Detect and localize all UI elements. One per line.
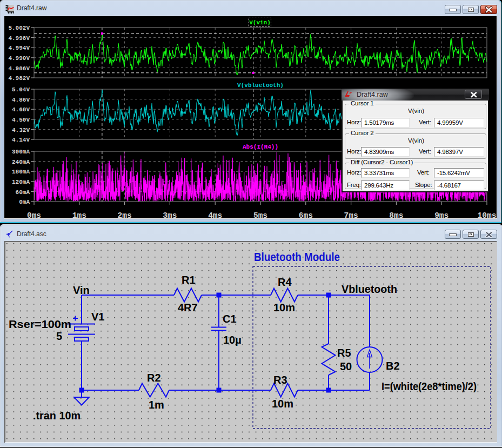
svg-text:1m: 1m bbox=[149, 399, 164, 411]
svg-text:V(vin): V(vin) bbox=[249, 19, 271, 26]
svg-text:120mA: 120mA bbox=[12, 179, 30, 185]
svg-text:0mA: 0mA bbox=[19, 199, 30, 205]
svg-text:10µ: 10µ bbox=[223, 334, 242, 346]
svg-text:5: 5 bbox=[56, 330, 62, 342]
svg-text:8ms: 8ms bbox=[389, 211, 403, 218]
svg-text:1ms: 1ms bbox=[72, 211, 86, 218]
svg-text:0ms: 0ms bbox=[27, 211, 41, 218]
svg-text:10ms: 10ms bbox=[478, 211, 497, 218]
svg-text:R3: R3 bbox=[273, 374, 287, 386]
svg-text:Bluetooth Module: Bluetooth Module bbox=[254, 250, 340, 264]
svg-text:10m: 10m bbox=[273, 302, 295, 313]
svg-text:4.982V: 4.982V bbox=[8, 75, 30, 82]
svg-text:V(vbluetooth): V(vbluetooth) bbox=[237, 82, 284, 89]
svg-text:Rser=100m: Rser=100m bbox=[9, 318, 71, 330]
svg-text:R5: R5 bbox=[337, 347, 351, 359]
svg-text:4.14V: 4.14V bbox=[12, 137, 30, 143]
svg-text:3ms: 3ms bbox=[163, 211, 177, 218]
svg-text:R2: R2 bbox=[147, 372, 161, 384]
svg-text:I=(white(2e8*time)/2): I=(white(2e8*time)/2) bbox=[381, 380, 477, 392]
svg-text:300mA: 300mA bbox=[12, 149, 30, 155]
svg-text:4.86V: 4.86V bbox=[12, 97, 30, 103]
svg-text:5.002V: 5.002V bbox=[8, 25, 30, 31]
svg-text:R4: R4 bbox=[278, 276, 292, 288]
svg-text:9ms: 9ms bbox=[434, 211, 449, 218]
svg-text:6ms: 6ms bbox=[299, 211, 313, 218]
svg-text:.tran 10m: .tran 10m bbox=[33, 410, 81, 422]
svg-text:60mA: 60mA bbox=[16, 189, 30, 196]
svg-text:5.04V: 5.04V bbox=[12, 86, 30, 93]
svg-text:180mA: 180mA bbox=[12, 169, 30, 175]
svg-text:50: 50 bbox=[340, 360, 352, 372]
svg-text:10m: 10m bbox=[272, 398, 293, 410]
svg-text:240mA: 240mA bbox=[12, 159, 30, 165]
svg-text:4ms: 4ms bbox=[208, 211, 222, 218]
svg-text:Abs(I(R4)): Abs(I(R4)) bbox=[243, 144, 278, 150]
svg-text:R1: R1 bbox=[182, 274, 196, 286]
svg-text:V1: V1 bbox=[91, 311, 104, 323]
svg-text:B2: B2 bbox=[386, 360, 400, 372]
svg-text:4.50V: 4.50V bbox=[12, 117, 30, 123]
svg-text:4.990V: 4.990V bbox=[8, 55, 30, 62]
svg-text:4R7: 4R7 bbox=[178, 302, 198, 313]
svg-text:4.986V: 4.986V bbox=[8, 65, 30, 72]
svg-text:4.68V: 4.68V bbox=[12, 106, 30, 113]
svg-text:4.32V: 4.32V bbox=[12, 127, 30, 133]
svg-text:Vbluetooth: Vbluetooth bbox=[342, 283, 397, 295]
svg-text:Vin: Vin bbox=[73, 284, 90, 296]
svg-text:4.998V: 4.998V bbox=[8, 35, 30, 42]
svg-text:5ms: 5ms bbox=[253, 211, 267, 218]
svg-text:7ms: 7ms bbox=[344, 211, 358, 218]
svg-text:4.994V: 4.994V bbox=[8, 45, 30, 51]
svg-text:2ms: 2ms bbox=[118, 211, 132, 218]
svg-text:C1: C1 bbox=[223, 313, 237, 325]
